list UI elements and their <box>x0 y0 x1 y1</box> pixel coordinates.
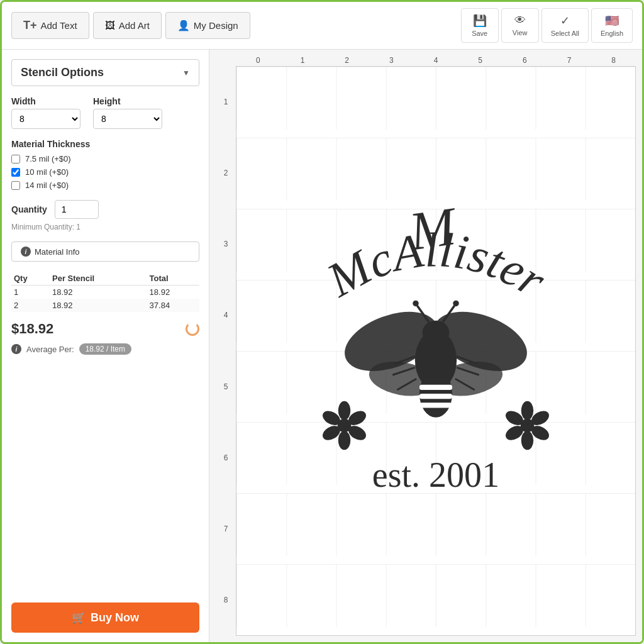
min-quantity-text: Minimum Quantity: 1 <box>11 223 199 231</box>
ruler-top-7: 7 <box>547 56 592 65</box>
info-icon: i <box>21 247 31 257</box>
svg-rect-11 <box>419 402 452 408</box>
my-design-icon: 👤 <box>177 19 190 31</box>
ruler-top-6: 6 <box>502 56 547 65</box>
bee-graphic <box>336 301 535 418</box>
average-per-label: Average Per: <box>26 345 74 354</box>
pricing-cell-qty: 1 <box>11 286 50 299</box>
price-total-row: $18.92 <box>11 321 199 337</box>
svg-rect-9 <box>419 385 452 390</box>
add-text-icon: T+ <box>23 19 37 32</box>
save-icon: 💾 <box>473 14 487 28</box>
my-design-label: My Design <box>194 20 238 31</box>
select-all-icon: ✓ <box>560 14 570 28</box>
cart-icon: 🛒 <box>72 611 86 625</box>
dropdown-arrow-icon: ▼ <box>182 69 190 77</box>
canvas-row: 1 2 3 4 5 6 7 8 <box>216 66 636 636</box>
ruler-left-5: 5 <box>216 351 236 422</box>
material-info-button[interactable]: i Material Info <box>11 242 199 262</box>
view-button[interactable]: 👁 View <box>501 8 539 43</box>
flag-icon: 🇺🇸 <box>605 14 619 28</box>
select-all-label: Select All <box>551 30 579 37</box>
qty-header: Qty <box>11 272 50 286</box>
ruler-left-1: 1 <box>216 66 236 137</box>
thickness-7-5-label: 7.5 mil (+$0) <box>25 154 71 164</box>
average-per-row: i Average Per: 18.92 / Item <box>11 343 199 355</box>
ruler-top-2: 2 <box>325 56 369 65</box>
thickness-10-label: 10 mil (+$0) <box>25 167 69 177</box>
svg-text:est. 2001: est. 2001 <box>372 455 499 494</box>
pricing-cell-per_stencil: 18.92 <box>50 286 147 299</box>
quantity-input[interactable] <box>55 200 99 219</box>
app-container: T+ Add Text 🖼 Add Art 👤 My Design 💾 Save… <box>0 0 644 644</box>
add-art-icon: 🖼 <box>105 20 115 31</box>
save-label: Save <box>472 30 487 37</box>
per-stencil-header: Per Stencil <box>50 272 147 286</box>
thickness-7-5-checkbox[interactable] <box>11 155 20 164</box>
canvas-grid[interactable]: M McAllister <box>236 66 636 636</box>
ruler-top-5: 5 <box>458 56 502 65</box>
add-art-button[interactable]: 🖼 Add Art <box>93 12 162 39</box>
ruler-left-8: 8 <box>216 565 236 636</box>
material-thickness-title: Material Thickness <box>11 139 199 149</box>
ruler-top-8: 8 <box>591 56 636 65</box>
buy-now-label: Buy Now <box>91 611 139 625</box>
thickness-options: 7.5 mil (+$0) 10 mil (+$0) 14 mil (+$0) <box>11 154 199 190</box>
pricing-table: Qty Per Stencil Total 118.9218.92218.923… <box>11 272 199 312</box>
ruler-left-4: 4 <box>216 280 236 351</box>
thickness-14-option[interactable]: 14 mil (+$0) <box>11 180 199 190</box>
pricing-row: 118.9218.92 <box>11 286 199 299</box>
ruler-left-3: 3 <box>216 209 236 280</box>
total-header: Total <box>147 272 199 286</box>
my-design-button[interactable]: 👤 My Design <box>165 12 250 39</box>
svg-text:McAllister: McAllister <box>318 223 555 308</box>
pricing-cell-total: 18.92 <box>147 286 199 299</box>
svg-point-31 <box>521 401 533 420</box>
thickness-10-checkbox[interactable] <box>11 168 20 177</box>
svg-point-16 <box>453 301 458 306</box>
width-select[interactable]: 456781012 <box>11 109 80 129</box>
thickness-7-5-option[interactable]: 7.5 mil (+$0) <box>11 154 199 164</box>
ruler-left-6: 6 <box>216 422 236 493</box>
ruler-top-0: 0 <box>236 56 280 65</box>
svg-rect-10 <box>419 394 452 399</box>
select-all-button[interactable]: ✓ Select All <box>541 8 589 43</box>
price-total: $18.92 <box>11 321 53 337</box>
ruler-left-7: 7 <box>216 494 236 565</box>
pricing-cell-total: 37.84 <box>147 299 199 312</box>
design-svg: M McAllister <box>267 109 606 592</box>
save-button[interactable]: 💾 Save <box>461 8 499 43</box>
ruler-top-row: 0 1 2 3 4 5 6 7 8 <box>216 56 636 65</box>
add-text-button[interactable]: T+ Add Text <box>11 12 89 39</box>
buy-now-button[interactable]: 🛒 Buy Now <box>11 602 199 633</box>
ruler-corner <box>216 56 236 65</box>
stencil-options-label: Stencil Options <box>21 66 104 79</box>
add-text-label: Add Text <box>41 20 77 31</box>
sidebar: Stencil Options ▼ Width 456781012 Height… <box>2 50 209 642</box>
height-group: Height 456781012 <box>93 96 162 129</box>
pricing-cell-qty: 2 <box>11 299 50 312</box>
ruler-left-2: 2 <box>216 137 236 208</box>
svg-point-34 <box>521 431 533 450</box>
toolbar-actions: 💾 Save 👁 View ✓ Select All 🇺🇸 English <box>461 8 633 43</box>
pricing-cell-per_stencil: 18.92 <box>50 299 147 312</box>
ruler-top: 0 1 2 3 4 5 6 7 8 <box>236 56 636 65</box>
svg-point-27 <box>338 431 350 450</box>
quantity-row: Quantity <box>11 200 199 219</box>
add-art-label: Add Art <box>119 20 150 31</box>
left-flower <box>320 401 369 450</box>
height-select[interactable]: 456781012 <box>93 109 162 129</box>
thickness-14-label: 14 mil (+$0) <box>25 180 69 190</box>
language-button[interactable]: 🇺🇸 English <box>591 8 633 43</box>
design-buttons: T+ Add Text 🖼 Add Art 👤 My Design <box>11 12 456 39</box>
thickness-14-checkbox[interactable] <box>11 181 20 190</box>
thickness-10-option[interactable]: 10 mil (+$0) <box>11 167 199 177</box>
stencil-options-dropdown[interactable]: Stencil Options ▼ <box>11 59 199 86</box>
svg-point-12 <box>423 321 450 345</box>
material-info-label: Material Info <box>35 247 80 257</box>
toolbar: T+ Add Text 🖼 Add Art 👤 My Design 💾 Save… <box>2 2 642 50</box>
svg-point-14 <box>413 301 418 306</box>
view-icon: 👁 <box>514 14 526 27</box>
ruler-left: 1 2 3 4 5 6 7 8 <box>216 66 236 636</box>
ruler-top-4: 4 <box>414 56 458 65</box>
